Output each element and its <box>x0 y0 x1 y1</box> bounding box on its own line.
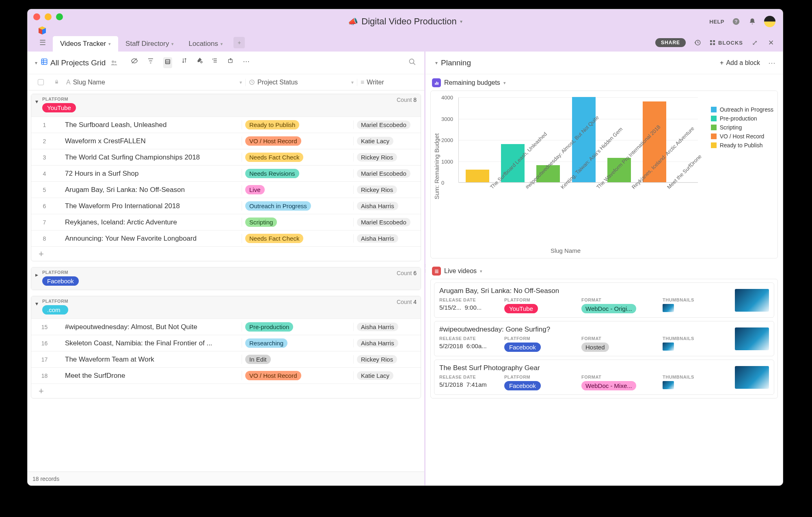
tab-videos-tracker[interactable]: Videos Tracker▾ <box>53 36 118 52</box>
cell-status[interactable]: Pre-production <box>242 322 353 332</box>
pane-resizer[interactable]: ⋮⋮ <box>423 52 427 485</box>
cell-status[interactable]: VO / Host Record <box>242 371 353 380</box>
table-row[interactable]: 1The Surfboard Leash, UnleashedReady to … <box>31 116 421 133</box>
cell-status[interactable]: Live <box>242 185 353 194</box>
collaborators-icon[interactable] <box>110 58 119 67</box>
table-row[interactable]: 7Reykjanes, Iceland: Arctic AdventureScr… <box>31 214 421 230</box>
table-row[interactable]: 17The Waveform Team at WorkIn EditRickey… <box>31 351 421 367</box>
cell-writer[interactable]: Katie Lacy <box>353 371 421 380</box>
group-toggle-icon[interactable]: ▾ <box>35 98 38 105</box>
expand-icon[interactable]: ⤢ <box>750 38 759 47</box>
cell-writer[interactable]: Aisha Harris <box>353 339 421 347</box>
view-name[interactable]: All Projects Grid <box>50 58 106 67</box>
add-row-button[interactable]: + <box>31 383 421 398</box>
column-slug[interactable]: ASlug Name▾ <box>65 79 245 86</box>
live-block-header[interactable]: Live videos ▾ <box>425 263 783 277</box>
table-row[interactable]: 472 Hours in a Surf ShopNeeds RevisionsM… <box>31 165 421 181</box>
table-row[interactable]: 5Arugam Bay, Sri Lanka: No Off-SeasonLiv… <box>31 181 421 198</box>
cell-slug[interactable]: #wipeoutwednesday: Almost, But Not Quite <box>58 323 242 331</box>
chart-block-header[interactable]: Remaining budgets ▾ <box>425 74 783 89</box>
group-header[interactable]: ▾PLATFORM.comCount 4 <box>31 296 421 319</box>
cell-slug[interactable]: Skeleton Coast, Namibia: the Final Front… <box>58 339 242 347</box>
cell-writer[interactable]: Rickey Rios <box>353 355 421 364</box>
cell-status[interactable]: Ready to Publish <box>242 120 353 129</box>
cell-slug[interactable]: The World Cat Surfing Championships 2018 <box>58 153 242 162</box>
column-status[interactable]: Project Status▾ <box>245 79 357 86</box>
avatar[interactable] <box>764 16 775 27</box>
cell-status[interactable]: Needs Fact Check <box>242 153 353 162</box>
tab-locations[interactable]: Locations▾ <box>181 36 230 52</box>
column-writer[interactable]: ≡Writer <box>357 79 424 86</box>
live-video-card[interactable]: #wipeoutwednesday: Gone Surfing?RELEASE … <box>434 321 774 356</box>
cell-status[interactable]: Scripting <box>242 218 353 227</box>
cell-slug[interactable]: The Waveform Pro International 2018 <box>58 202 242 210</box>
menu-icon[interactable]: ☰ <box>32 34 53 52</box>
select-all-checkbox[interactable] <box>38 79 44 85</box>
blocks-button[interactable]: BLOCKS <box>709 39 743 46</box>
cell-slug[interactable]: The Waveform Team at Work <box>58 355 242 364</box>
add-block-button[interactable]: +Add a block <box>720 59 760 67</box>
group-toggle-icon[interactable]: ▸ <box>35 271 38 278</box>
close-icon[interactable]: ✕ <box>767 38 775 47</box>
table-row[interactable]: 6The Waveform Pro International 2018Outr… <box>31 198 421 214</box>
help-icon[interactable]: ? <box>732 17 741 26</box>
sort-icon[interactable] <box>181 57 188 68</box>
group-icon[interactable] <box>163 57 172 68</box>
table-row[interactable]: 8Announcing: Your New Favorite Longboard… <box>31 230 421 246</box>
tab-staff-directory[interactable]: Staff Directory▾ <box>118 36 181 52</box>
help-link[interactable]: HELP <box>709 19 724 25</box>
chart-bar[interactable] <box>466 170 489 183</box>
hide-fields-icon[interactable] <box>131 57 138 68</box>
cell-slug[interactable]: Meet the SurfDrone <box>58 372 242 380</box>
cell-writer[interactable]: Mariel Escobedo <box>353 218 421 226</box>
cell-slug[interactable]: Reykjanes, Iceland: Arctic Adventure <box>58 218 242 226</box>
cell-writer[interactable]: Aisha Harris <box>353 202 421 210</box>
live-video-card[interactable]: The Best Surf Photography GearRELEASE DA… <box>434 360 774 395</box>
group-header[interactable]: ▸PLATFORMFacebookCount 6 <box>31 267 421 290</box>
planning-more-icon[interactable]: ⋯ <box>768 58 776 67</box>
color-icon[interactable] <box>197 57 203 68</box>
cell-writer[interactable]: Aisha Harris <box>353 234 421 243</box>
share-view-icon[interactable] <box>227 57 234 68</box>
cell-status[interactable]: VO / Host Record <box>242 136 353 146</box>
cell-writer[interactable]: Rickey Rios <box>353 185 421 194</box>
add-tab-button[interactable]: + <box>233 37 245 48</box>
close-dot[interactable] <box>33 13 40 20</box>
base-title[interactable]: 📣 Digital Video Production ▾ <box>348 16 462 27</box>
cell-slug[interactable]: Waveform x CrestFALLEN <box>58 137 242 145</box>
table-row[interactable]: 18Meet the SurfDroneVO / Host RecordKati… <box>31 367 421 383</box>
share-button[interactable]: SHARE <box>655 38 686 47</box>
more-icon[interactable]: ⋯ <box>243 57 250 68</box>
table-row[interactable]: 15#wipeoutwednesday: Almost, But Not Qui… <box>31 319 421 335</box>
cell-slug[interactable]: Announcing: Your New Favorite Longboard <box>58 235 242 243</box>
cell-status[interactable]: Researching <box>242 338 353 348</box>
row-height-icon[interactable] <box>212 57 218 68</box>
max-dot[interactable] <box>56 13 63 20</box>
min-dot[interactable] <box>45 13 52 20</box>
cell-writer[interactable]: Rickey Rios <box>353 153 421 162</box>
search-icon[interactable] <box>408 58 420 68</box>
add-row-button[interactable]: + <box>31 246 421 261</box>
planning-dropdown-icon[interactable]: ▾ <box>432 60 441 66</box>
cell-writer[interactable]: Mariel Escobedo <box>353 121 421 129</box>
table-row[interactable]: 2Waveform x CrestFALLENVO / Host RecordK… <box>31 133 421 149</box>
cell-writer[interactable]: Katie Lacy <box>353 137 421 145</box>
history-icon[interactable] <box>693 38 702 47</box>
cell-status[interactable]: Needs Fact Check <box>242 234 353 243</box>
cell-slug[interactable]: The Surfboard Leash, Unleashed <box>58 121 242 129</box>
views-dropdown-icon[interactable]: ▾ <box>32 60 41 66</box>
cell-slug[interactable]: 72 Hours in a Surf Shop <box>58 170 242 178</box>
group-toggle-icon[interactable]: ▾ <box>35 300 38 307</box>
table-row[interactable]: 3The World Cat Surfing Championships 201… <box>31 149 421 165</box>
cell-writer[interactable]: Mariel Escobedo <box>353 169 421 178</box>
group-header[interactable]: ▾PLATFORMYouTubeCount 8 <box>31 94 421 116</box>
cell-writer[interactable]: Aisha Harris <box>353 323 421 331</box>
cell-slug[interactable]: Arugam Bay, Sri Lanka: No Off-Season <box>58 186 242 194</box>
cell-status[interactable]: In Edit <box>242 355 353 364</box>
filter-icon[interactable] <box>147 57 154 68</box>
cell-status[interactable]: Needs Revisions <box>242 169 353 178</box>
bell-icon[interactable] <box>748 17 757 26</box>
live-video-card[interactable]: Arugam Bay, Sri Lanka: No Off-SeasonRELE… <box>434 282 774 318</box>
cell-status[interactable]: Outreach in Progress <box>242 201 353 211</box>
table-row[interactable]: 16Skeleton Coast, Namibia: the Final Fro… <box>31 335 421 351</box>
